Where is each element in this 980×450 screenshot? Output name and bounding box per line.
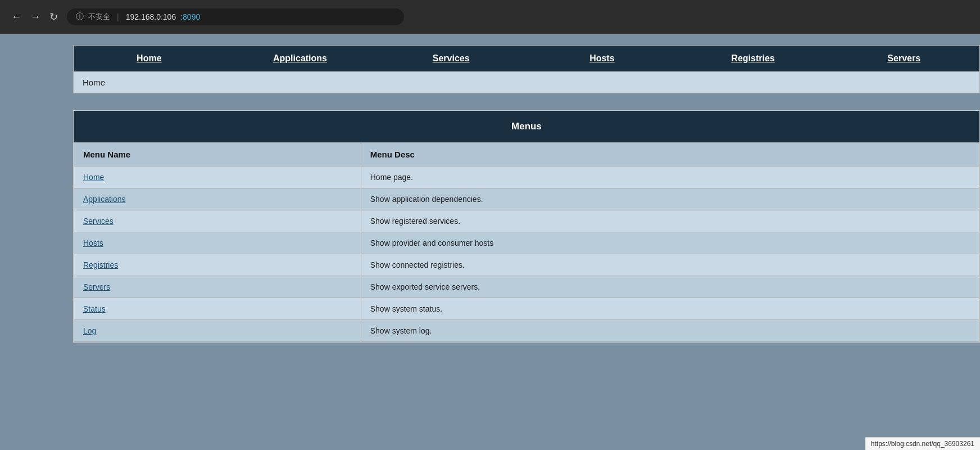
menu-desc-cell: Show exported service servers. bbox=[361, 276, 979, 298]
breadcrumb-text: Home bbox=[83, 78, 105, 87]
nav-item-registries[interactable]: Registries bbox=[678, 46, 829, 71]
nav-bar: Home Applications Services Hosts Registr… bbox=[74, 46, 979, 71]
nav-item-applications[interactable]: Applications bbox=[225, 46, 376, 71]
table-header-row: Menu Name Menu Desc bbox=[74, 143, 979, 166]
nav-item-servers[interactable]: Servers bbox=[828, 46, 979, 71]
menu-desc-cell: Show application dependencies. bbox=[361, 188, 979, 210]
forward-button[interactable]: → bbox=[28, 9, 43, 25]
table-row: ServersShow exported service servers. bbox=[74, 276, 979, 298]
menu-desc-cell: Show connected registries. bbox=[361, 254, 979, 276]
nav-container: Home Applications Services Hosts Registr… bbox=[73, 45, 980, 72]
menu-name-cell: Home bbox=[74, 166, 361, 188]
security-label: 不安全 bbox=[88, 12, 110, 22]
nav-item-hosts[interactable]: Hosts bbox=[527, 46, 678, 71]
nav-item-services[interactable]: Services bbox=[375, 46, 527, 71]
menu-name-cell: Hosts bbox=[74, 232, 361, 254]
address-host: 192.168.0.106 bbox=[126, 12, 176, 21]
security-icon: ⓘ bbox=[76, 12, 84, 22]
menu-name-link[interactable]: Home bbox=[83, 173, 104, 182]
menu-name-link[interactable]: Log bbox=[83, 326, 96, 335]
menus-table: Menu Name Menu Desc HomeHome page.Applic… bbox=[74, 142, 979, 342]
col-header-desc: Menu Desc bbox=[361, 143, 979, 166]
table-row: StatusShow system status. bbox=[74, 298, 979, 320]
table-row: LogShow system log. bbox=[74, 320, 979, 342]
table-row: ApplicationsShow application dependencie… bbox=[74, 188, 979, 210]
back-button[interactable]: ← bbox=[9, 9, 24, 25]
address-port: :8090 bbox=[180, 12, 200, 21]
status-bar-text: https://blog.csdn.net/qq_36903261 bbox=[871, 440, 974, 448]
address-bar[interactable]: ⓘ 不安全 | 192.168.0.106 :8090 bbox=[67, 8, 404, 25]
reload-button[interactable]: ↻ bbox=[47, 8, 60, 25]
menu-desc-cell: Home page. bbox=[361, 166, 979, 188]
menu-name-cell: Applications bbox=[74, 188, 361, 210]
breadcrumb: Home bbox=[73, 72, 980, 93]
browser-nav-buttons: ← → ↻ bbox=[9, 8, 60, 25]
menu-name-cell: Log bbox=[74, 320, 361, 342]
menu-name-link[interactable]: Applications bbox=[83, 195, 126, 204]
col-header-name: Menu Name bbox=[74, 143, 361, 166]
menu-name-link[interactable]: Status bbox=[83, 304, 106, 313]
menus-table-title: Menus bbox=[74, 111, 979, 142]
table-row: ServicesShow registered services. bbox=[74, 210, 979, 232]
menu-desc-cell: Show provider and consumer hosts bbox=[361, 232, 979, 254]
menu-name-link[interactable]: Services bbox=[83, 217, 114, 226]
menu-name-cell: Services bbox=[74, 210, 361, 232]
page-content: Home Applications Services Hosts Registr… bbox=[0, 34, 980, 354]
table-row: HostsShow provider and consumer hosts bbox=[74, 232, 979, 254]
address-divider: | bbox=[117, 12, 119, 21]
menu-name-link[interactable]: Servers bbox=[83, 282, 110, 291]
menu-desc-cell: Show system log. bbox=[361, 320, 979, 342]
menu-name-link[interactable]: Registries bbox=[83, 260, 118, 269]
menu-name-cell: Status bbox=[74, 298, 361, 320]
menu-name-cell: Servers bbox=[74, 276, 361, 298]
menu-name-cell: Registries bbox=[74, 254, 361, 276]
browser-chrome: ← → ↻ ⓘ 不安全 | 192.168.0.106 :8090 bbox=[0, 0, 980, 34]
status-bar: https://blog.csdn.net/qq_36903261 bbox=[865, 437, 980, 450]
table-row: HomeHome page. bbox=[74, 166, 979, 188]
nav-item-home[interactable]: Home bbox=[74, 46, 225, 71]
menu-desc-cell: Show registered services. bbox=[361, 210, 979, 232]
menus-table-container: Menus Menu Name Menu Desc HomeHome page.… bbox=[73, 110, 980, 343]
menu-name-link[interactable]: Hosts bbox=[83, 238, 103, 248]
table-row: RegistriesShow connected registries. bbox=[74, 254, 979, 276]
menu-desc-cell: Show system status. bbox=[361, 298, 979, 320]
